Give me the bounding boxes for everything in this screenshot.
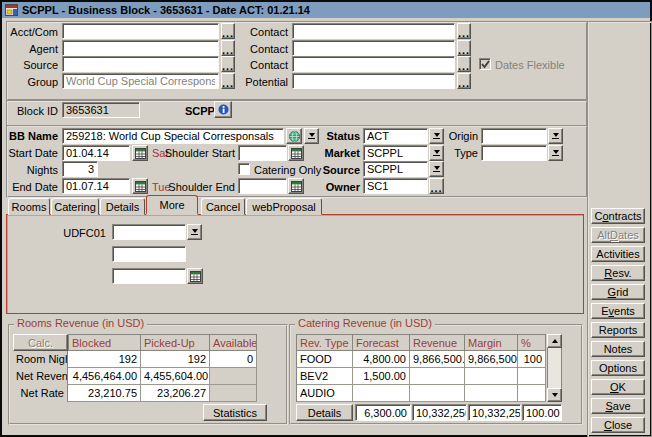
food-revenue-cell[interactable]: 9,866,500.00 [410,351,465,368]
translate-button[interactable] [286,128,302,144]
udf-date-calendar-button[interactable] [187,268,203,284]
nights-field[interactable] [62,161,98,177]
food-percent-cell[interactable]: 100 [518,351,546,368]
contact3-field[interactable] [292,56,455,72]
audio-percent-cell[interactable] [518,385,546,402]
source-code-field[interactable] [363,161,428,177]
status-field[interactable] [363,128,428,144]
dropdown-arrow-icon [191,229,198,235]
contact3-lov-button[interactable]: ... [457,56,471,72]
catering-only-checkbox[interactable] [238,163,250,175]
close-button[interactable]: Close [591,417,645,433]
market-field[interactable] [363,145,428,161]
total-forecast-cell: 6,300.00 [355,404,411,421]
net-revenue-picked-up-cell[interactable]: 4,455,604.00 [141,368,210,385]
potential-field[interactable] [292,73,455,89]
net-rate-blocked-cell[interactable]: 23,210.75 [68,385,141,402]
ok-button[interactable]: OK [591,379,645,395]
app-icon [5,4,18,16]
owner-label: Owner [322,181,360,193]
contact2-field[interactable] [292,40,455,56]
audio-revenue-cell[interactable] [410,385,465,402]
block-id-field[interactable] [62,102,140,118]
acctcom-field[interactable] [62,23,219,39]
calc-button[interactable]: Calc. [13,334,68,351]
potential-lov-button[interactable]: ... [457,73,471,89]
options-button[interactable]: Options [591,360,645,376]
notes-button[interactable]: Notes [591,341,645,357]
events-button[interactable]: Events [591,303,645,319]
group-field[interactable] [62,73,219,89]
acctcom-label: Acct/Com [4,26,58,38]
potential-label: Potential [230,76,288,88]
contact1-field[interactable] [292,23,455,39]
total-revenue-cell: 10,332,256.00 [412,404,467,421]
end-date-field[interactable] [62,178,130,194]
origin-dropdown-button[interactable] [548,128,563,144]
tab-more[interactable]: More [146,195,198,215]
shoulder-end-calendar-button[interactable] [288,178,304,194]
tab-details[interactable]: Details [100,198,145,215]
dates-flexible-label: Dates Flexible [495,59,565,71]
shoulder-end-field[interactable] [238,178,287,194]
tab-rooms[interactable]: Rooms [8,198,50,215]
shoulder-start-field[interactable] [238,145,287,161]
bb-name-field[interactable] [62,128,284,144]
room-nights-available-cell[interactable]: 0 [210,351,257,368]
details-button[interactable]: Details [296,404,353,421]
audio-forecast-cell[interactable] [353,385,410,402]
reports-button[interactable]: Reports [591,322,645,338]
udf-field-2[interactable] [112,246,186,262]
bb-name-dropdown-button[interactable] [304,128,319,144]
agent-label: Agent [4,43,58,55]
dates-flexible-checkbox[interactable] [479,58,491,70]
bev2-type-cell[interactable]: BEV2 [296,368,353,385]
start-date-field[interactable] [62,145,130,161]
scroll-down-button[interactable] [547,388,562,402]
owner-lov-button[interactable]: ... [429,178,444,194]
start-date-calendar-button[interactable] [132,145,148,161]
audio-margin-cell[interactable] [465,385,518,402]
statistics-button[interactable]: Statistics [203,404,267,421]
type-dropdown-button[interactable] [548,145,563,161]
agent-field[interactable] [62,40,219,56]
contact1-lov-button[interactable]: ... [457,23,471,39]
tab-cancel[interactable]: Cancel [201,198,245,215]
alt-dates-button[interactable]: Alt Dates [591,227,645,243]
save-button[interactable]: Save [591,398,645,414]
owner-field[interactable] [363,178,428,194]
property-info-button[interactable] [214,101,232,118]
origin-field[interactable] [481,128,547,144]
audio-type-cell[interactable]: AUDIO [296,385,353,402]
udf-field-3[interactable] [112,268,186,284]
source-company-field[interactable] [62,56,219,72]
end-date-calendar-button[interactable] [132,178,148,194]
bev2-revenue-cell[interactable] [410,368,465,385]
resv-button[interactable]: Resv. [591,265,645,281]
food-forecast-cell[interactable]: 4,800.00 [353,351,410,368]
net-rate-picked-up-cell[interactable]: 23,206.27 [141,385,210,402]
shoulder-start-calendar-button[interactable] [288,145,304,161]
food-type-cell[interactable]: FOOD [296,351,353,368]
udfc01-dropdown-button[interactable] [187,224,202,240]
udfc01-field[interactable] [112,224,186,240]
net-rate-available-cell [210,385,257,402]
scroll-up-button[interactable] [547,334,562,348]
bev2-percent-cell[interactable] [518,368,546,385]
room-nights-blocked-cell[interactable]: 192 [68,351,141,368]
end-date-label: End Date [4,181,58,193]
source-dropdown-button[interactable] [429,161,444,177]
contact2-lov-button[interactable]: ... [457,40,471,56]
type-field[interactable] [481,145,547,161]
bev2-forecast-cell[interactable]: 1,500.00 [353,368,410,385]
net-revenue-blocked-cell[interactable]: 4,456,464.00 [68,368,141,385]
tab-catering[interactable]: Catering [51,198,99,215]
row-label-net-rate: Net Rate [13,385,68,402]
tab-webproposal[interactable]: webProposal [246,198,322,215]
grid-button[interactable]: Grid [591,284,645,300]
bev2-margin-cell[interactable] [465,368,518,385]
contracts-button[interactable]: Contracts [591,208,645,224]
room-nights-picked-up-cell[interactable]: 192 [141,351,210,368]
activities-button[interactable]: Activities [591,246,645,262]
food-margin-cell[interactable]: 9,866,500.00 [465,351,518,368]
